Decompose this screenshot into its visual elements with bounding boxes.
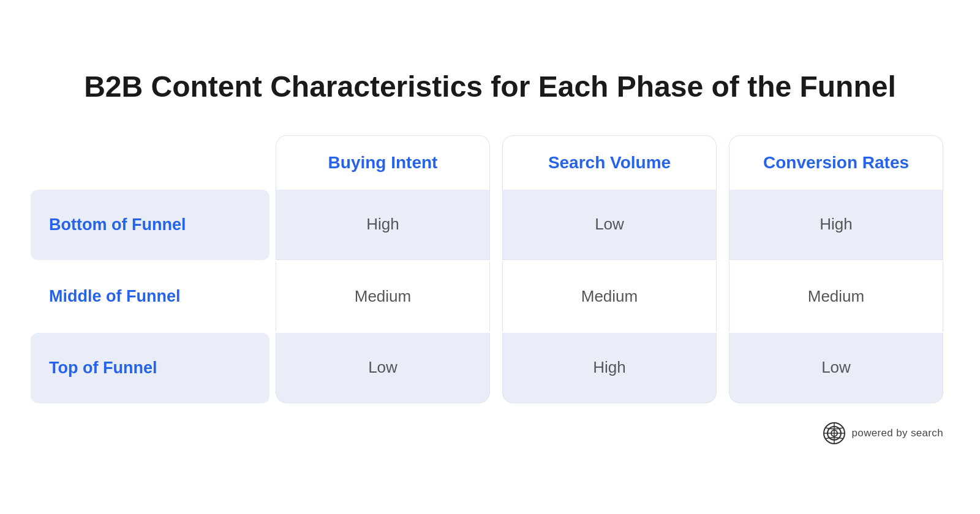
- row-label-top-funnel: Top of Funnel: [31, 333, 270, 403]
- cell-bottom-conversion-rates: High: [729, 190, 943, 260]
- data-table: Buying Intent Search Volume Conversion R…: [31, 135, 949, 403]
- header-empty-cell: [31, 135, 270, 190]
- page-title: B2B Content Characteristics for Each Pha…: [84, 69, 896, 105]
- cell-top-search-volume: High: [502, 333, 717, 403]
- cell-middle-search-volume: Medium: [502, 261, 717, 332]
- col-header-buying-intent-label: Buying Intent: [328, 153, 438, 173]
- cell-middle-conversion-rates: Medium: [729, 261, 943, 332]
- row-label-bottom-funnel: Bottom of Funnel: [31, 190, 270, 260]
- col-header-conversion-rates-label: Conversion Rates: [763, 153, 909, 173]
- page-wrapper: B2B Content Characteristics for Each Pha…: [31, 69, 949, 445]
- cell-top-buying-intent: Low: [276, 333, 490, 403]
- col-header-buying-intent: Buying Intent: [276, 135, 490, 190]
- cell-bottom-search-volume: Low: [502, 190, 717, 260]
- table-row: Top of Funnel Low High Low: [31, 333, 949, 403]
- table-row: Bottom of Funnel High Low High: [31, 190, 949, 260]
- col-header-search-volume-label: Search Volume: [548, 153, 671, 173]
- table-row: Middle of Funnel Medium Medium Medium: [31, 261, 949, 332]
- table-header: Buying Intent Search Volume Conversion R…: [31, 135, 949, 190]
- powered-by-text: powered by search: [852, 427, 943, 439]
- powered-by-section: powered by search: [823, 422, 943, 445]
- cell-bottom-buying-intent: High: [276, 190, 490, 260]
- cell-middle-buying-intent: Medium: [276, 261, 490, 332]
- pbs-logo-icon: [823, 422, 846, 445]
- row-label-middle-funnel: Middle of Funnel: [31, 261, 270, 332]
- col-header-search-volume: Search Volume: [502, 135, 717, 190]
- col-header-conversion-rates: Conversion Rates: [729, 135, 943, 190]
- footer: powered by search: [31, 422, 949, 445]
- cell-top-conversion-rates: Low: [729, 333, 943, 403]
